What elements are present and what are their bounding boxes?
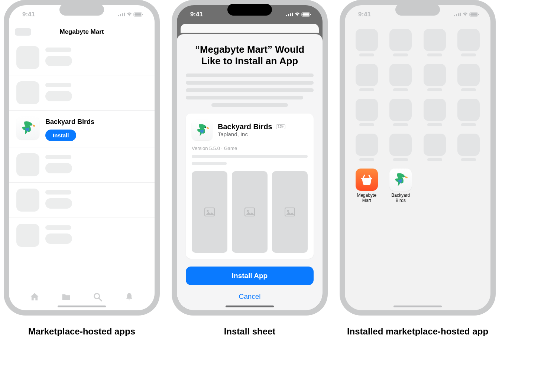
nav-title: Megabyte Mart (59, 28, 104, 36)
phone-frame-marketplace: 9:41 (4, 0, 160, 316)
home-indicator[interactable] (226, 306, 274, 307)
dynamic-island (59, 4, 104, 16)
home-app-label: Megabyte Mart (353, 193, 380, 203)
basket-icon (360, 173, 373, 186)
image-icon (244, 208, 255, 216)
background-card (181, 24, 319, 33)
home-app-placeholder[interactable] (353, 29, 380, 56)
browse-icon[interactable] (61, 292, 71, 302)
app-list[interactable]: Backyard Birds Install (9, 40, 155, 286)
install-app-button[interactable]: Install App (186, 267, 314, 285)
svg-rect-27 (456, 14, 457, 16)
search-icon[interactable] (93, 292, 103, 302)
status-time: 9:41 (190, 11, 203, 18)
home-app-placeholder[interactable] (353, 64, 380, 91)
description-placeholder (186, 74, 314, 111)
back-button[interactable] (15, 28, 31, 36)
list-item[interactable] (9, 75, 155, 111)
svg-rect-2 (122, 13, 123, 16)
svg-rect-6 (135, 13, 141, 16)
phone-frame-home: 9:41 (340, 0, 496, 316)
svg-rect-1 (120, 14, 121, 16)
home-app-placeholder[interactable] (421, 64, 448, 91)
app-card: Backyard Birds 12+ Tapland, Inc Version … (186, 114, 314, 259)
phone-frame-sheet: 9:41 (172, 0, 328, 316)
home-app-placeholder[interactable] (421, 29, 448, 56)
install-button[interactable]: Install (45, 130, 76, 141)
home-app-placeholder[interactable] (387, 99, 415, 126)
home-screen-grid[interactable]: Megabyte Mart Backyard Birds (345, 24, 490, 203)
home-icon[interactable] (29, 292, 40, 302)
svg-rect-32 (470, 13, 477, 16)
screenshot-placeholder[interactable] (192, 171, 227, 253)
svg-rect-29 (460, 13, 461, 16)
svg-rect-11 (286, 15, 287, 16)
status-time: 9:41 (358, 11, 371, 18)
home-app-placeholder[interactable] (387, 134, 415, 161)
nav-bar: Megabyte Mart (9, 24, 155, 40)
backyard-birds-icon (192, 120, 213, 140)
screenshot-placeholder[interactable] (272, 171, 308, 253)
list-item[interactable] (9, 183, 155, 218)
svg-rect-0 (118, 15, 119, 16)
svg-point-8 (31, 125, 32, 125)
home-indicator[interactable] (393, 306, 442, 307)
status-icons (286, 12, 312, 17)
svg-point-19 (205, 127, 205, 128)
app-description-placeholder (192, 155, 308, 165)
home-app-placeholder[interactable] (421, 134, 448, 161)
app-name: Backyard Birds (218, 122, 272, 131)
home-app-megabyte-mart[interactable]: Megabyte Mart (353, 169, 380, 203)
svg-point-21 (207, 210, 209, 212)
install-sheet: “Megabyte Mart” Would Like to Install an… (177, 34, 323, 310)
svg-point-35 (404, 176, 404, 177)
backyard-birds-icon (389, 169, 412, 191)
svg-rect-14 (292, 13, 293, 16)
image-icon (285, 208, 295, 216)
app-title: Backyard Birds (45, 118, 94, 126)
home-app-backyard-birds[interactable]: Backyard Birds (387, 169, 415, 203)
list-item[interactable] (9, 218, 155, 253)
caption: Installed marketplace-hosted app (347, 326, 488, 337)
home-app-placeholder[interactable] (455, 64, 483, 91)
svg-point-30 (465, 15, 466, 16)
app-icon-placeholder (16, 81, 39, 104)
app-icon-placeholder (16, 153, 39, 176)
caption: Install sheet (224, 326, 276, 337)
home-app-placeholder[interactable] (387, 29, 415, 56)
developer: Tapland, Inc (218, 131, 285, 137)
svg-rect-3 (124, 13, 125, 16)
sheet-title: “Megabyte Mart” Would Like to Install an… (186, 44, 314, 67)
home-indicator[interactable] (58, 306, 106, 307)
home-app-placeholder[interactable] (421, 99, 448, 126)
svg-rect-34 (361, 178, 372, 179)
home-app-placeholder[interactable] (455, 99, 483, 126)
svg-point-15 (297, 15, 298, 16)
home-app-placeholder[interactable] (455, 29, 483, 56)
home-app-placeholder[interactable] (455, 134, 483, 161)
svg-rect-26 (454, 15, 455, 16)
svg-rect-12 (288, 14, 289, 16)
notifications-icon[interactable] (124, 292, 135, 302)
home-app-label: Backyard Birds (387, 193, 415, 203)
app-icon-placeholder (16, 224, 39, 247)
svg-rect-28 (458, 13, 459, 16)
screenshot-placeholder[interactable] (232, 171, 268, 253)
svg-line-10 (99, 298, 101, 301)
svg-rect-18 (310, 14, 311, 15)
list-item[interactable] (9, 40, 155, 75)
home-app-placeholder[interactable] (353, 134, 380, 161)
status-icons (118, 12, 144, 17)
age-badge: 12+ (276, 124, 285, 129)
svg-rect-17 (302, 13, 309, 16)
screenshots[interactable] (192, 171, 308, 253)
home-app-placeholder[interactable] (387, 64, 415, 91)
cancel-button[interactable]: Cancel (186, 290, 314, 304)
list-item-featured[interactable]: Backyard Birds Install (9, 111, 155, 147)
dynamic-island (227, 4, 272, 16)
svg-point-4 (129, 15, 130, 16)
backyard-birds-icon (16, 117, 39, 140)
home-app-placeholder[interactable] (353, 99, 380, 126)
list-item[interactable] (9, 147, 155, 183)
svg-rect-13 (290, 13, 291, 16)
